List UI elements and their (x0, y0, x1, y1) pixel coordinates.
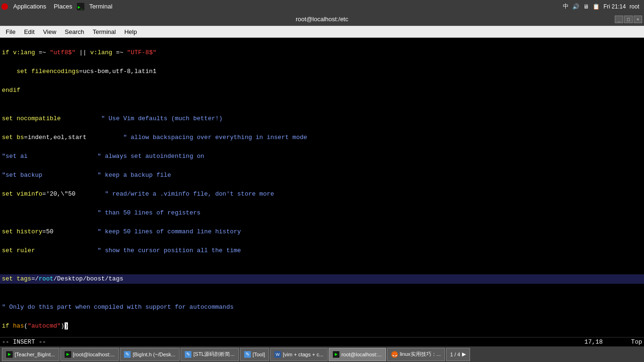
terminal-titlebar: root@localhost:/etc _ □ ✕ (0, 13, 644, 26)
applications-menu[interactable]: Applications (9, 0, 50, 13)
taskbar-item-page[interactable]: 1 / 4 ▶ (446, 348, 470, 361)
sys-icon-network: 📋 (593, 3, 600, 10)
taskbar-item-root2[interactable]: ▶ root@localhost:... (329, 348, 386, 361)
taskbar: ▶ [Teacher_BigInt... ▶ [root@localhost:.… (0, 346, 644, 362)
terminal-menu[interactable]: Terminal (85, 0, 116, 13)
taskbar-label-bigint: [BigInt.h (~/Desk... (132, 352, 175, 357)
minimize-button[interactable]: _ (615, 16, 623, 23)
sys-icon-audio: 🔊 (572, 3, 579, 10)
menu-view[interactable]: View (39, 26, 60, 37)
taskbar-item-tool[interactable]: ✎ [Tool] (240, 348, 269, 361)
taskbar-item-vim[interactable]: W [vim + ctags + c... (270, 348, 328, 361)
vim-mode: -- INSERT -- (2, 338, 585, 346)
taskbar-icon-vim: W (274, 351, 281, 358)
taskbar-item-root1[interactable]: ▶ [root@localhost:... (60, 348, 119, 361)
taskbar-item-linux[interactable]: 🦊 linux实用技巧：... (387, 348, 445, 361)
taskbar-label-stl: [STL源码剖析简... (193, 351, 234, 358)
menu-file[interactable]: File (2, 26, 19, 37)
taskbar-item-stl[interactable]: ✎ [STL源码剖析简... (181, 348, 239, 361)
taskbar-icon-linux: 🦊 (391, 351, 398, 358)
taskbar-icon-root2: ▶ (333, 351, 339, 358)
menu-edit[interactable]: Edit (20, 26, 38, 37)
sys-user: root (629, 3, 639, 10)
taskbar-icon-tool: ✎ (244, 351, 251, 358)
taskbar-icon-stl: ✎ (185, 351, 191, 358)
close-button[interactable]: ✕ (634, 16, 642, 23)
taskbar-icon-teacher: ▶ (6, 351, 13, 358)
terminal-icon-sys: ▶_ (76, 0, 85, 13)
svg-point-0 (1, 3, 8, 10)
taskbar-label-teacher: [Teacher_BigInt... (15, 352, 55, 357)
sys-datetime: Fri 21:14 (603, 3, 626, 10)
status-bar: -- INSERT -- 17,18 Top (0, 337, 644, 346)
taskbar-item-bigint[interactable]: ✎ [BigInt.h (~/Desk... (120, 348, 180, 361)
taskbar-chevron-icon: ▶ (462, 351, 466, 357)
sys-icon-display: 🖥 (583, 3, 589, 10)
window-controls: _ □ ✕ (615, 16, 642, 23)
sys-icon-zh: 中 (563, 2, 569, 10)
places-menu[interactable]: Places (50, 0, 76, 13)
system-icon (0, 0, 9, 13)
code-area[interactable]: if v:lang =~ "utf8$" || v:lang =~ "UTF-8… (0, 38, 644, 337)
terminal-menubar: File Edit View Search Terminal Help (0, 26, 644, 38)
menu-search[interactable]: Search (61, 26, 88, 37)
taskbar-item-teacher[interactable]: ▶ [Teacher_BigInt... (2, 348, 59, 361)
taskbar-label-root2: root@localhost:... (341, 352, 382, 357)
menu-terminal[interactable]: Terminal (89, 26, 120, 37)
taskbar-label-linux: linux实用技巧：... (400, 351, 441, 358)
taskbar-icon-root1: ▶ (65, 351, 71, 358)
taskbar-label-root1: [root@localhost:... (73, 352, 115, 357)
taskbar-label-vim: [vim + ctags + c... (283, 352, 323, 357)
terminal-window: root@localhost:/etc _ □ ✕ File Edit View… (0, 13, 644, 346)
taskbar-icon-bigint: ✎ (124, 351, 131, 358)
menu-help[interactable]: Help (121, 26, 141, 37)
maximize-button[interactable]: □ (624, 16, 633, 23)
taskbar-label-page: 1 / 4 (450, 352, 460, 357)
svg-text:▶_: ▶_ (78, 5, 83, 9)
scroll-position: Top (631, 338, 642, 346)
taskbar-label-tool: [Tool] (253, 352, 265, 357)
cursor-position: 17,18 (585, 338, 603, 346)
system-bar: Applications Places ▶_ Terminal 中 🔊 🖥 📋 … (0, 0, 644, 13)
terminal-title: root@localhost:/etc (296, 16, 348, 23)
